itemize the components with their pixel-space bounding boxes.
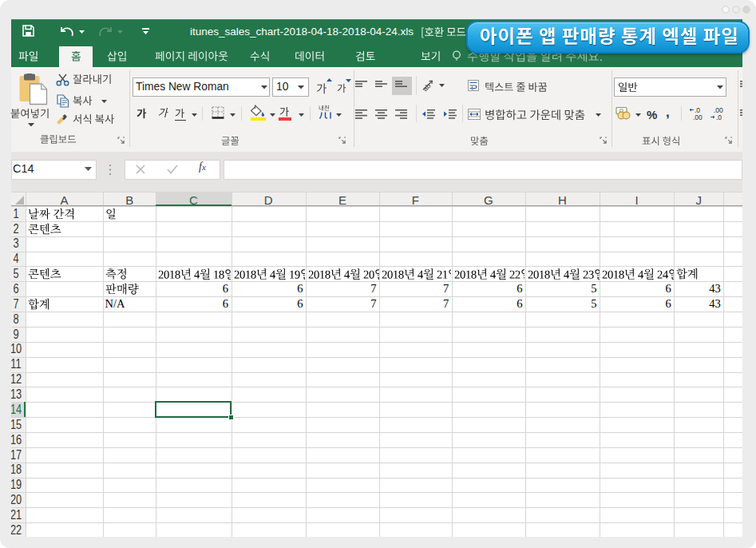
- svg-text:.00: .00: [693, 113, 703, 121]
- svg-text:.0: .0: [716, 113, 722, 121]
- svg-text:ab: ab: [422, 81, 432, 92]
